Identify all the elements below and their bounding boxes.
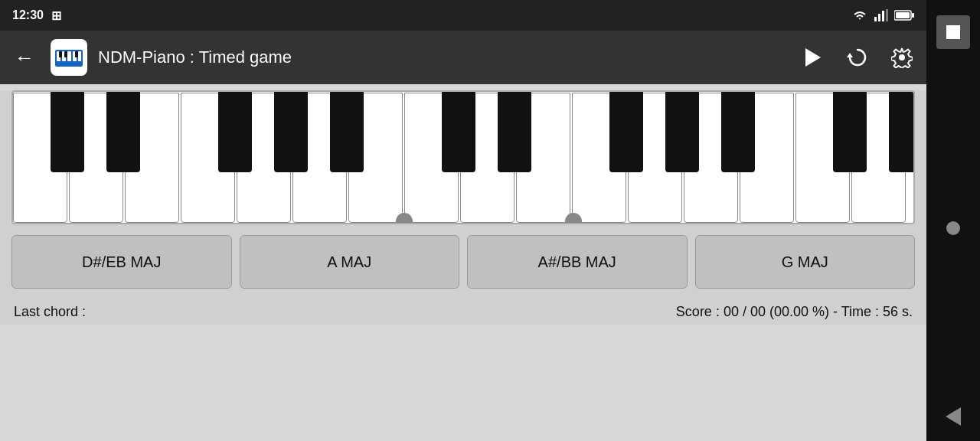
score-display: Score : 00 / 00 (00.00 %) - Time : 56 s. [676,304,913,320]
svg-rect-18 [946,25,960,39]
app-bar-title: NDM-Piano : Timed game [98,47,787,67]
refresh-button[interactable] [842,42,873,73]
play-icon [805,48,821,67]
piano-keys [13,92,913,223]
black-key-8[interactable] [609,92,643,172]
battery-icon [894,10,914,21]
piano-icon [55,46,83,69]
svg-rect-14 [64,51,67,57]
sim-icon: ⊞ [51,8,61,23]
chord-button-3[interactable]: A#/BB MAJ [467,235,688,289]
black-key-3[interactable] [218,92,252,172]
rail-circle [946,221,960,235]
black-key-9[interactable] [665,92,699,172]
chord-button-1[interactable]: D#/EB MAJ [11,235,232,289]
black-key-6[interactable] [442,92,475,172]
svg-rect-6 [896,12,910,18]
svg-rect-2 [882,11,884,21]
main-content: D#/EB MAJ A MAJ A#/BB MAJ G MAJ Last cho… [0,90,926,325]
play-button[interactable] [798,42,828,73]
rail-back-arrow[interactable] [946,407,961,426]
black-key-7[interactable] [498,92,531,172]
rail-square-button[interactable] [936,15,970,49]
piano-container [11,90,915,224]
note-dot-1 [396,213,413,224]
wifi-icon [851,9,868,21]
svg-point-17 [899,54,905,60]
settings-button[interactable] [887,42,917,73]
time-display: 12:30 [12,8,44,22]
app-bar: ← NDM-Piano : Timed game [0,31,926,84]
black-key-10[interactable] [721,92,755,172]
svg-rect-3 [886,9,888,21]
square-icon [945,24,962,41]
chord-buttons: D#/EB MAJ A MAJ A#/BB MAJ G MAJ [0,224,926,299]
svg-rect-10 [67,51,71,61]
black-key-1[interactable] [51,92,84,172]
settings-icon [891,47,913,68]
black-key-12[interactable] [889,92,915,172]
svg-rect-13 [59,51,62,57]
back-button[interactable]: ← [9,42,40,73]
svg-rect-12 [78,51,81,61]
svg-rect-0 [874,17,877,21]
svg-rect-15 [75,51,78,57]
svg-marker-16 [847,53,853,57]
black-key-5[interactable] [330,92,364,172]
note-dot-2 [565,213,582,224]
refresh-icon [847,47,868,68]
right-rail [926,0,980,441]
app-bar-actions [798,42,917,73]
svg-rect-5 [912,13,914,18]
svg-rect-1 [878,14,880,21]
status-right [851,9,914,21]
bottom-status: Last chord : Score : 00 / 00 (00.00 %) -… [0,299,926,325]
chord-button-2[interactable]: A MAJ [240,235,460,289]
black-key-2[interactable] [106,92,140,172]
status-bar: 12:30 ⊞ [0,0,926,31]
black-key-11[interactable] [833,92,867,172]
last-chord-label: Last chord : [14,304,86,320]
app-icon [51,39,87,76]
signal-icon [874,9,888,21]
chord-button-4[interactable]: G MAJ [695,235,916,289]
status-left: 12:30 ⊞ [12,8,61,23]
black-key-4[interactable] [274,92,308,172]
